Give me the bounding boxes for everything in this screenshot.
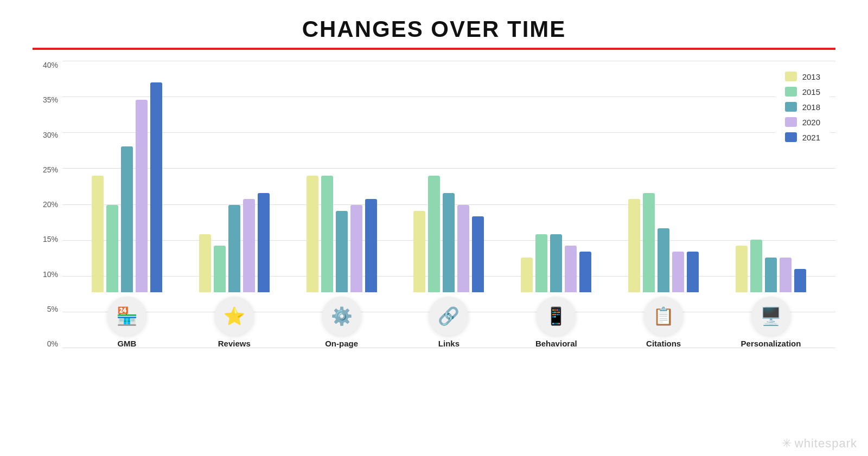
bar: [258, 193, 270, 292]
bar-group: ⭐Reviews: [199, 193, 270, 348]
bar: [413, 211, 425, 293]
bar: [643, 193, 655, 292]
group-icon: ⭐: [215, 297, 254, 336]
y-axis-label: 30%: [33, 131, 62, 139]
legend-item: 2018: [785, 102, 820, 112]
y-axis-label: 5%: [33, 305, 62, 313]
page-wrapper: CHANGES OVER TIME 0%5%10%15%20%25%30%35%…: [0, 0, 868, 456]
group-icon: ⚙️: [322, 297, 361, 336]
group-label: Behavioral: [535, 339, 577, 348]
icon-label-area: ⭐Reviews: [215, 297, 254, 348]
legend-item: 2013: [785, 72, 820, 81]
bar: [565, 246, 577, 292]
bar: [106, 205, 118, 292]
y-axis-label: 20%: [33, 200, 62, 209]
bar: [321, 176, 333, 292]
group-label: Links: [438, 339, 459, 348]
bar: [521, 258, 533, 293]
bar: [136, 100, 148, 292]
group-label: Citations: [646, 339, 681, 348]
bar: [687, 252, 699, 292]
group-icon: 📋: [644, 297, 683, 336]
legend: 2013 2015 2018 2020 2021: [775, 66, 830, 147]
bar: [765, 258, 777, 293]
group-icon: 🔗: [429, 297, 468, 336]
bar: [243, 199, 255, 292]
bars: [521, 234, 591, 293]
y-axis-label: 25%: [33, 165, 62, 174]
bar: [794, 269, 806, 292]
bar: [457, 205, 469, 292]
legend-item: 2021: [785, 132, 820, 142]
icon-label-area: 🔗Links: [429, 297, 468, 348]
group-label: Personalization: [741, 339, 801, 348]
bars: [307, 176, 377, 292]
legend-item: 2020: [785, 117, 820, 127]
bar: [307, 176, 318, 292]
bar: [780, 258, 792, 293]
bars: [736, 240, 806, 292]
legend-label: 2015: [802, 87, 820, 97]
bar: [228, 205, 240, 292]
bar: [750, 240, 762, 292]
bar: [428, 176, 440, 292]
group-icon: 🖥️: [751, 297, 790, 336]
bar-group: ⚙️On-page: [307, 176, 377, 348]
y-axis-label: 10%: [33, 270, 62, 279]
bar: [365, 199, 377, 292]
bar: [535, 234, 547, 293]
bar: [336, 211, 348, 293]
watermark-icon: ✳: [782, 436, 792, 451]
bar: [150, 82, 162, 292]
bar: [214, 246, 226, 292]
group-icon: 🏪: [107, 297, 146, 336]
y-axis-label: 35%: [33, 95, 62, 104]
bars: [413, 176, 484, 292]
legend-color: [785, 117, 797, 127]
bar-group: 🏪GMB: [92, 82, 162, 348]
bars-container: 🏪GMB⭐Reviews⚙️On-page🔗Links📱Behavioral📋C…: [62, 61, 835, 348]
group-icon: 📱: [537, 297, 576, 336]
bar: [672, 252, 684, 292]
icon-label-area: 🖥️Personalization: [741, 297, 801, 348]
bar: [550, 234, 562, 293]
bars: [628, 193, 699, 292]
bar: [472, 216, 484, 292]
red-divider: [33, 48, 835, 50]
legend-label: 2018: [802, 102, 820, 112]
legend-color: [785, 102, 797, 112]
y-axis: 0%5%10%15%20%25%30%35%40%: [33, 61, 62, 397]
bar: [443, 193, 455, 292]
y-axis-label: 15%: [33, 235, 62, 243]
legend-label: 2020: [802, 118, 820, 127]
group-label: Reviews: [218, 339, 251, 348]
group-label: GMB: [117, 339, 136, 348]
legend-label: 2021: [802, 133, 820, 142]
bar: [658, 228, 669, 292]
bar: [736, 246, 748, 292]
bar-group: 🔗Links: [413, 176, 484, 348]
chart-main: 🏪GMB⭐Reviews⚙️On-page🔗Links📱Behavioral📋C…: [62, 61, 835, 397]
legend-item: 2015: [785, 87, 820, 97]
bar: [199, 234, 211, 293]
bar: [350, 205, 362, 292]
bar: [628, 199, 640, 292]
icon-label-area: 🏪GMB: [107, 297, 146, 348]
bar-group: 📱Behavioral: [521, 234, 591, 349]
bar: [121, 146, 133, 292]
group-label: On-page: [325, 339, 358, 348]
bars: [92, 82, 162, 292]
y-axis-label: 40%: [33, 61, 62, 69]
page-title: CHANGES OVER TIME: [33, 16, 835, 42]
bar-group: 🖥️Personalization: [736, 240, 806, 348]
bar-group: 📋Citations: [628, 193, 699, 348]
legend-label: 2013: [802, 72, 820, 81]
y-axis-label: 0%: [33, 339, 62, 348]
legend-color: [785, 72, 797, 81]
icon-label-area: 📋Citations: [644, 297, 683, 348]
watermark-text: whitespark: [795, 436, 857, 451]
legend-color: [785, 87, 797, 97]
watermark: ✳ whitespark: [782, 436, 857, 451]
bar: [92, 176, 104, 292]
icon-label-area: ⚙️On-page: [322, 297, 361, 348]
